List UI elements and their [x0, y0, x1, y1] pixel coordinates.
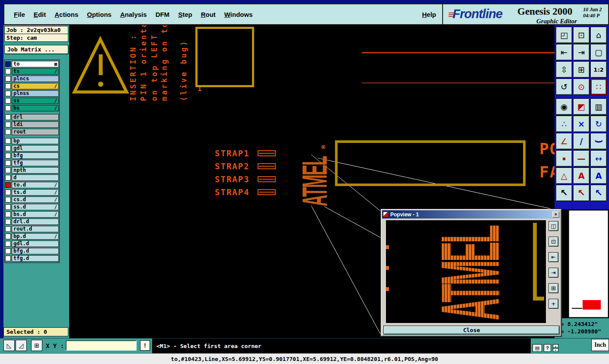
layer-name-cell[interactable]: to ▦	[12, 61, 59, 67]
overview-current-view-rect[interactable]	[583, 300, 601, 310]
menu-rout[interactable]: Rout	[201, 11, 216, 18]
layer-row[interactable]: plnss	[5, 90, 59, 97]
layer-visibility-checkbox[interactable]	[5, 129, 11, 135]
alert-button[interactable]: !	[140, 340, 150, 351]
layer-row[interactable]: gdl	[5, 145, 59, 152]
stretch-feature-icon[interactable]: ↔	[590, 150, 607, 167]
layer-name-cell[interactable]: ldi	[12, 121, 59, 128]
layer-name-cell[interactable]: bs.d ∕	[12, 211, 59, 218]
center-point-icon[interactable]: ⊙	[573, 79, 590, 95]
layer-name-cell[interactable]: plncs	[12, 76, 59, 82]
text-add-red-icon[interactable]: A	[573, 168, 590, 184]
layer-visibility-checkbox[interactable]	[5, 83, 11, 89]
layer-visibility-checkbox[interactable]	[5, 175, 11, 180]
layer-visibility-checkbox[interactable]	[5, 69, 11, 74]
layer-row[interactable]: rout.d	[5, 225, 59, 232]
layer-name-cell[interactable]: rout	[12, 129, 59, 135]
layer-row[interactable]: ts ∕	[5, 68, 59, 75]
corner-select-icon[interactable]: ◺	[3, 340, 15, 351]
layer-name-cell[interactable]: d	[12, 174, 59, 181]
layer-visibility-checkbox[interactable]	[5, 146, 11, 151]
layer-visibility-checkbox[interactable]	[5, 190, 11, 195]
layer-visibility-checkbox[interactable]	[5, 105, 11, 111]
grid-toggle-icon[interactable]: ⊞	[31, 340, 42, 351]
layer-name-cell[interactable]: bfg.d	[12, 248, 59, 254]
layer-row[interactable]: bs.d ∕	[5, 211, 59, 218]
layer-row[interactable]: plncs	[5, 75, 59, 82]
pv-view-next-icon[interactable]: ⇥	[548, 268, 558, 278]
layer-visibility-checkbox[interactable]	[5, 168, 11, 173]
pv-screen-icon[interactable]: ⊡	[548, 237, 558, 247]
layer-name-cell[interactable]: ts.d ∕	[12, 189, 59, 196]
rotate-feature-icon[interactable]: ↻	[590, 116, 607, 132]
select-pointer-red-icon[interactable]: ↖	[573, 185, 590, 201]
layer-row[interactable]: bs ∕	[5, 104, 59, 111]
job-matrix-button[interactable]: Job Matrix ...	[4, 45, 68, 54]
fill-polygon-icon[interactable]: ◩	[573, 98, 590, 115]
menu-edit[interactable]: Edit	[34, 11, 46, 18]
layer-name-cell[interactable]: ts ∕	[12, 68, 59, 75]
menu-help[interactable]: Help	[422, 11, 436, 18]
delete-feature-icon[interactable]: ×	[573, 116, 590, 132]
layer-name-cell[interactable]: plnss	[12, 90, 59, 97]
pv-copy-view-icon[interactable]: ◫	[548, 221, 558, 231]
screen-redraw-icon[interactable]: ⊡	[573, 27, 590, 43]
layer-row[interactable]: cs ∕	[5, 82, 59, 89]
datum-point-icon[interactable]: ◉	[556, 98, 572, 115]
menu-file[interactable]: File	[14, 11, 25, 18]
arc-draw-icon[interactable]: )	[590, 133, 607, 149]
view-next-icon[interactable]: ⇥	[573, 44, 590, 60]
layer-row[interactable]: ldi	[5, 121, 59, 128]
layer-name-cell[interactable]: npth	[12, 167, 59, 174]
layer-visibility-checkbox[interactable]	[5, 160, 11, 166]
units-selector[interactable]: Inch	[591, 339, 609, 351]
zoom-half-icon[interactable]: 1:2	[590, 61, 607, 78]
layer-visibility-checkbox[interactable]	[5, 138, 11, 144]
layer-visibility-checkbox[interactable]	[5, 76, 11, 82]
layer-row[interactable]: bfg	[5, 152, 59, 159]
layer-visibility-checkbox[interactable]	[5, 114, 11, 120]
xy-coordinate-input[interactable]	[66, 340, 137, 351]
layer-visibility-checkbox[interactable]	[5, 98, 11, 104]
layer-visibility-checkbox[interactable]	[5, 61, 11, 67]
layer-row[interactable]: bp.d ∕	[5, 233, 59, 240]
layer-name-cell[interactable]: ss.d ∕	[12, 204, 59, 210]
menu-windows[interactable]: Windows	[224, 11, 253, 18]
layer-name-cell[interactable]: gdl.d	[12, 241, 59, 247]
menu-actions[interactable]: Actions	[54, 11, 78, 18]
layer-row[interactable]: bp	[5, 137, 59, 144]
popview-canvas[interactable]: ATMEL	[386, 220, 546, 323]
select-pointer-blue-icon[interactable]: ↖	[590, 185, 607, 201]
layer-name-cell[interactable]: drl.d	[12, 218, 59, 225]
layer-visibility-checkbox[interactable]	[5, 91, 11, 96]
spin-up-icon[interactable]: ▴	[553, 344, 558, 348]
layer-row[interactable]: tfg.d	[5, 255, 59, 262]
print-icon[interactable]: ▤	[532, 344, 542, 352]
pv-pan-icon[interactable]: +	[548, 299, 558, 309]
layer-name-cell[interactable]: tfg.d	[12, 255, 59, 262]
layer-visibility-checkbox[interactable]	[5, 234, 11, 239]
layer-row[interactable]: npth	[5, 167, 59, 174]
trace-draw-icon[interactable]: —	[573, 150, 590, 167]
layer-name-cell[interactable]: bp.d ∕	[12, 233, 59, 240]
layer-visibility-checkbox[interactable]	[5, 241, 11, 247]
zoom-window-icon[interactable]: ▢	[590, 44, 607, 60]
layer-visibility-checkbox[interactable]	[5, 153, 11, 158]
popview-close-button[interactable]: Close	[383, 326, 560, 335]
layer-visibility-checkbox[interactable]	[5, 204, 11, 210]
layer-row[interactable]: drl.d	[5, 218, 59, 225]
angle-measure-icon[interactable]: ∠	[556, 133, 572, 149]
diagonal-measure-icon[interactable]: ◿	[16, 340, 27, 351]
layer-row[interactable]: to ▦	[5, 60, 59, 67]
context-help-icon[interactable]: ?	[544, 344, 551, 352]
layer-name-cell[interactable]: bp	[12, 138, 59, 144]
layer-name-cell[interactable]: to.d ∕	[12, 182, 59, 188]
menu-dfm[interactable]: DFM	[156, 11, 170, 18]
paste-view-icon[interactable]: ◰	[556, 27, 572, 43]
menu-step[interactable]: Step	[178, 11, 192, 18]
popview-close-x-button[interactable]: ×	[552, 212, 559, 218]
pad-insert-icon[interactable]: ▪	[556, 150, 572, 167]
menu-analysis[interactable]: Analysis	[120, 11, 147, 18]
layer-row[interactable]: tfg	[5, 159, 59, 166]
layer-visibility-checkbox[interactable]	[5, 256, 11, 261]
